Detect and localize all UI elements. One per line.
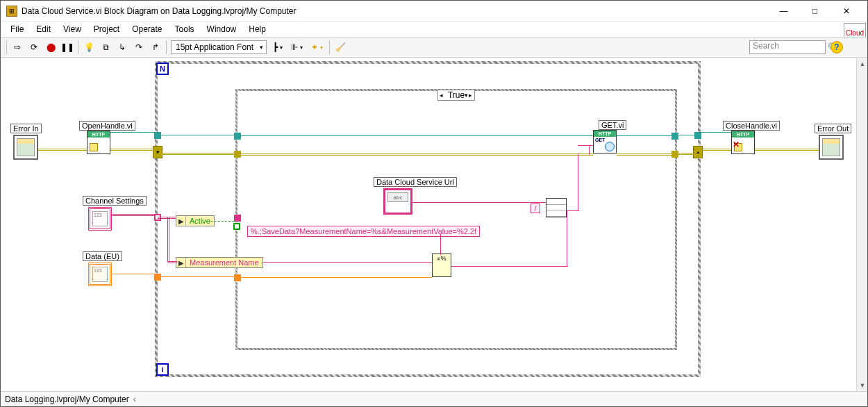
wire-concat-get-v: [578, 153, 578, 210]
case-tunnel-err-out: [671, 151, 678, 158]
shift-reg-right[interactable]: [693, 146, 703, 158]
close-button[interactable]: ✕: [831, 1, 862, 21]
while-loop[interactable]: N i True Data Cloud Service Url abc: [155, 61, 701, 377]
slash-constant[interactable]: /: [531, 204, 540, 213]
wire-loop-close-http: [701, 132, 731, 133]
wire-get-in-h: [578, 145, 593, 146]
status-path: Data Logging.lvproj/My Computer: [5, 394, 129, 404]
unbundle-name[interactable]: ▶Measurement Name: [176, 257, 263, 268]
format-icon: ⍟%: [433, 255, 451, 262]
wire-loop-http: [158, 135, 235, 135]
pause-button[interactable]: ❚❚: [61, 41, 74, 53]
case-selector[interactable]: True: [437, 90, 475, 101]
wire-loop-err: [158, 153, 235, 155]
retain-wire-button[interactable]: ⧉: [99, 41, 112, 53]
help-button[interactable]: ?: [831, 41, 843, 53]
format-into-string-node[interactable]: ⍟%: [432, 254, 451, 277]
cleanup-button[interactable]: 🧹: [334, 41, 347, 53]
menu-window[interactable]: Window: [201, 23, 242, 35]
wire-get-in: [589, 145, 590, 155]
maximize-button[interactable]: □: [799, 1, 831, 21]
wire-loop-close-err: [701, 149, 731, 151]
tunnel-cluster-in: [154, 214, 161, 221]
menu-help[interactable]: Help: [243, 23, 272, 35]
globe-icon: [605, 142, 615, 151]
search-input[interactable]: Search: [749, 40, 826, 54]
wire-chset-loop: [112, 214, 155, 216]
tunnel-http-out: [694, 132, 701, 139]
channel-settings-terminal[interactable]: 123: [88, 207, 112, 231]
case-tunnel-cluster: [234, 215, 241, 222]
run-cont-button[interactable]: ⟳: [28, 41, 40, 53]
wire-fmt-concat-v: [567, 210, 567, 266]
run-button[interactable]: ⇨: [11, 41, 24, 53]
error-out-terminal[interactable]: [819, 135, 844, 160]
reorder-menu[interactable]: ✦: [309, 42, 325, 52]
step-over-button[interactable]: ↷: [133, 41, 145, 53]
wire-fmtstr-v: [440, 234, 441, 255]
wire-name-in: [237, 262, 432, 263]
error-in-label: Error In: [10, 124, 42, 133]
wire-errin-open: [38, 149, 87, 151]
scroll-up-icon[interactable]: ▲: [857, 58, 868, 69]
data-eu-terminal[interactable]: 123: [88, 263, 112, 286]
menu-file[interactable]: File: [5, 23, 29, 35]
app-icon: ⊞: [6, 6, 17, 17]
concat-strings-node[interactable]: [546, 198, 567, 217]
step-into-button[interactable]: ↳: [116, 41, 128, 53]
menubar: File Edit View Project Operate Tools Win…: [1, 22, 867, 37]
window-title: Data Cloud Service.vi Block Diagram on D…: [22, 6, 768, 16]
case-structure[interactable]: True Data Cloud Service Url abc / GET.vi: [235, 89, 677, 350]
minimize-button[interactable]: —: [768, 1, 799, 21]
font-selector[interactable]: 15pt Application Font: [171, 40, 267, 54]
scroll-down-icon[interactable]: ▼: [857, 380, 868, 391]
http-badge: HTTP: [594, 131, 616, 137]
case-selector-terminal: [233, 223, 240, 230]
case-tunnel-data: [234, 274, 241, 281]
open-handle-label: OpenHandle.vi: [79, 121, 135, 131]
step-out-button[interactable]: ↱: [149, 41, 162, 53]
wire-open-loop-http: [110, 132, 155, 133]
tunnel-http-in: [154, 132, 161, 139]
unbundle-active[interactable]: ▶Active: [176, 215, 215, 226]
get-node[interactable]: HTTP GET: [593, 130, 617, 153]
url-control[interactable]: abc: [383, 188, 412, 215]
loop-i-terminal[interactable]: i: [156, 363, 169, 376]
open-handle-icon: [90, 143, 98, 151]
abort-button[interactable]: ⬤: [44, 41, 57, 53]
wire-http-thru2: [617, 135, 675, 136]
menu-view[interactable]: View: [58, 23, 87, 35]
open-handle-node[interactable]: HTTP: [87, 131, 110, 154]
distribute-menu[interactable]: ⊪: [289, 42, 305, 52]
vertical-scrollbar[interactable]: ▲ ▼: [856, 58, 867, 391]
menu-tools[interactable]: Tools: [169, 23, 200, 35]
menu-operate[interactable]: Operate: [126, 23, 167, 35]
error-out-label: Error Out: [815, 124, 851, 133]
close-x-icon: ✕: [733, 140, 740, 149]
status-nav-left[interactable]: ‹: [133, 394, 136, 404]
tunnel-data-in: [154, 274, 161, 281]
case-tunnel-http-out: [671, 133, 678, 140]
menu-edit[interactable]: Edit: [31, 23, 56, 35]
url-label: Data Cloud Service Url: [374, 177, 457, 187]
wire-fmt-out: [451, 266, 568, 267]
shift-reg-left[interactable]: [153, 146, 162, 158]
status-bar: Data Logging.lvproj/My Computer ‹: [1, 391, 867, 406]
menu-project[interactable]: Project: [88, 23, 125, 35]
close-handle-node[interactable]: HTTP ✕: [731, 131, 755, 154]
format-string-constant[interactable]: %.;SaveData?MeasurementName=%s&Measureme…: [247, 226, 480, 237]
wire-cluster-split: [167, 217, 169, 261]
channel-settings-label: Channel Settings: [83, 196, 147, 206]
align-menu[interactable]: ┣: [271, 42, 285, 52]
wire-url-concat: [412, 202, 546, 203]
loop-n-terminal[interactable]: N: [156, 63, 169, 75]
get-text: GET: [595, 138, 605, 142]
block-diagram-canvas[interactable]: Error In OpenHandle.vi HTTP N i True: [1, 58, 856, 391]
abc-icon: abc: [387, 192, 408, 202]
error-in-terminal[interactable]: [13, 135, 38, 160]
highlight-exec-button[interactable]: 💡: [83, 41, 95, 53]
wire-err-thru: [237, 153, 593, 156]
wire-concat-out: [567, 210, 579, 211]
http-badge: HTTP: [87, 131, 110, 138]
toolbar: ⇨ ⟳ ⬤ ❚❚ 💡 ⧉ ↳ ↷ ↱ 15pt Application Font…: [1, 37, 867, 58]
